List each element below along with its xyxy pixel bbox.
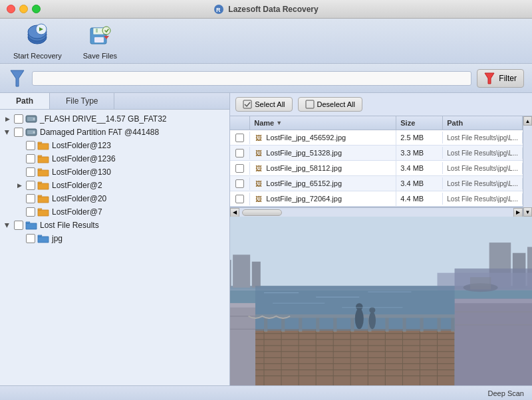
filter-icon bbox=[484, 72, 495, 84]
name-sort-icon: ▼ bbox=[276, 120, 282, 126]
th-size[interactable]: Size bbox=[396, 116, 443, 130]
scroll-left-button[interactable]: ◀ bbox=[230, 208, 239, 217]
main-content: Path File Type ▶_FLASH DRIVE__14.57 GB_F… bbox=[0, 93, 532, 385]
v-scrollbar[interactable]: ▲ ▼ bbox=[523, 116, 532, 217]
scroll-right-button[interactable]: ▶ bbox=[513, 208, 523, 217]
tree-chevron-damaged-partition[interactable]: ▶ bbox=[3, 128, 12, 137]
right-panel: Select All Deselect All Name ▼ bbox=[230, 93, 532, 385]
filter-label: Filter bbox=[499, 74, 517, 83]
minimize-button[interactable] bbox=[19, 5, 28, 13]
tree-label-lostfolder130: LostFolder@130 bbox=[52, 167, 111, 177]
tree-label-lostfolder2: LostFolder@2 bbox=[52, 181, 102, 190]
tree-item-lostfolder2[interactable]: ▶LostFolder@2 bbox=[0, 179, 229, 192]
tree-icon-lostfolder123 bbox=[37, 140, 49, 151]
file-toolbar: Select All Deselect All bbox=[230, 93, 532, 116]
tree-area[interactable]: ▶_FLASH DRIVE__14.57 GB_FAT32▶Damaged Pa… bbox=[0, 110, 229, 385]
tree-item-lost-file-results[interactable]: ▶Lost File Results bbox=[0, 219, 229, 232]
maximize-button[interactable] bbox=[32, 5, 41, 13]
file-row[interactable]: 🖼LostFile_jpg_58112.jpg3.4 MBLost File R… bbox=[230, 161, 523, 176]
file-path: Lost File Results\jpg\L... bbox=[443, 132, 523, 144]
file-table-main: Name ▼ Size Path 🖼LostFile_jpg_456592.jp… bbox=[230, 116, 523, 217]
svg-rect-72 bbox=[455, 299, 532, 304]
file-checkbox[interactable] bbox=[235, 149, 244, 157]
tree-item-lostfolder20[interactable]: LostFolder@20 bbox=[0, 192, 229, 205]
deselect-all-label: Deselect All bbox=[317, 100, 355, 108]
file-row[interactable]: 🖼LostFile_jpg_65152.jpg3.4 MBLost File R… bbox=[230, 176, 523, 191]
tree-checkbox-lost-file-results[interactable] bbox=[14, 221, 23, 230]
file-checkbox[interactable] bbox=[235, 179, 244, 188]
tree-chevron-lost-file-results[interactable]: ▶ bbox=[3, 221, 12, 230]
tree-label-damaged-partition: Damaged Partition FAT @441488 bbox=[40, 128, 159, 137]
tree-label-flash-drive: _FLASH DRIVE__14.57 GB_FAT32 bbox=[40, 114, 167, 124]
file-checkbox[interactable] bbox=[235, 134, 244, 142]
svg-rect-9 bbox=[96, 29, 98, 33]
tree-checkbox-lostfolder2[interactable] bbox=[26, 181, 35, 190]
file-name: LostFile_jpg_51328.jpg bbox=[266, 149, 342, 157]
tree-checkbox-lostfolder20[interactable] bbox=[26, 194, 35, 203]
file-checkbox[interactable] bbox=[235, 164, 244, 173]
svg-point-10 bbox=[102, 27, 110, 35]
file-row[interactable]: 🖼LostFile_jpg_456592.jpg2.5 MBLost File … bbox=[230, 130, 523, 146]
file-path: Lost File Results\jpg\L... bbox=[443, 148, 523, 159]
save-files-label: Save Files bbox=[83, 52, 117, 60]
svg-text:R: R bbox=[216, 7, 221, 13]
tree-icon-lostfolder1236 bbox=[37, 153, 49, 164]
file-checkbox[interactable] bbox=[235, 195, 244, 203]
save-files-button[interactable]: Save Files bbox=[78, 20, 122, 62]
file-row[interactable]: 🖼LostFile_jpg_51328.jpg3.3 MBLost File R… bbox=[230, 146, 523, 161]
tree-icon-lostfolder20 bbox=[37, 193, 49, 204]
filter-button[interactable]: Filter bbox=[477, 69, 524, 88]
file-row[interactable]: 🖼LostFile_jpg_72064.jpg4.4 MBLost File R… bbox=[230, 191, 523, 207]
save-files-icon bbox=[86, 23, 113, 49]
tab-path[interactable]: Path bbox=[0, 93, 50, 109]
tree-item-lostfolder130[interactable]: LostFolder@130 bbox=[0, 165, 229, 179]
deselect-all-button[interactable]: Deselect All bbox=[298, 97, 362, 112]
tree-chevron-flash-drive[interactable]: ▶ bbox=[3, 114, 12, 124]
file-name: LostFile_jpg_58112.jpg bbox=[266, 164, 342, 172]
th-name[interactable]: Name ▼ bbox=[250, 116, 396, 130]
tree-chevron-lostfolder2[interactable]: ▶ bbox=[15, 181, 24, 190]
start-recovery-button[interactable]: Start Recovery bbox=[8, 20, 67, 62]
file-path: Lost File Results\jpg\L... bbox=[443, 178, 523, 189]
scroll-down-button[interactable]: ▼ bbox=[523, 207, 532, 217]
select-all-button[interactable]: Select All bbox=[235, 97, 292, 112]
file-type-icon: 🖼 bbox=[254, 178, 263, 189]
tree-item-damaged-partition[interactable]: ▶Damaged Partition FAT @441488 bbox=[0, 126, 229, 139]
svg-point-18 bbox=[33, 132, 35, 134]
search-funnel-icon bbox=[8, 68, 27, 89]
svg-rect-26 bbox=[230, 260, 231, 288]
svg-rect-8 bbox=[94, 37, 104, 43]
tree-checkbox-lostfolder1236[interactable] bbox=[26, 154, 35, 163]
tree-checkbox-jpg[interactable] bbox=[26, 234, 35, 243]
file-name: LostFile_jpg_65152.jpg bbox=[266, 179, 342, 187]
tree-icon-flash-drive bbox=[25, 114, 37, 124]
svg-rect-69 bbox=[230, 303, 255, 385]
scroll-up-button[interactable]: ▲ bbox=[523, 116, 532, 126]
close-button[interactable] bbox=[7, 5, 15, 13]
tree-checkbox-flash-drive[interactable] bbox=[14, 114, 23, 124]
tree-item-jpg[interactable]: jpg bbox=[0, 232, 229, 245]
h-scrollbar[interactable]: ◀ ▶ bbox=[230, 207, 523, 217]
tree-item-lostfolder123[interactable]: LostFolder@123 bbox=[0, 139, 229, 152]
table-body[interactable]: 🖼LostFile_jpg_456592.jpg2.5 MBLost File … bbox=[230, 130, 523, 207]
tree-checkbox-lostfolder123[interactable] bbox=[26, 141, 35, 150]
svg-rect-27 bbox=[233, 254, 250, 287]
tree-item-lostfolder1236[interactable]: LostFolder@1236 bbox=[0, 152, 229, 165]
tree-checkbox-damaged-partition[interactable] bbox=[14, 128, 23, 137]
search-input[interactable] bbox=[32, 71, 471, 86]
main-toolbar: Start Recovery Save Files bbox=[0, 19, 532, 64]
tab-file-type[interactable]: File Type bbox=[50, 93, 114, 109]
tree-checkbox-lostfolder130[interactable] bbox=[26, 167, 35, 177]
svg-marker-11 bbox=[11, 70, 24, 86]
th-path[interactable]: Path bbox=[443, 116, 523, 130]
tree-label-jpg: jpg bbox=[52, 234, 63, 243]
file-type-icon: 🖼 bbox=[254, 132, 263, 143]
scroll-track bbox=[523, 126, 532, 207]
tree-item-lostfolder7[interactable]: LostFolder@7 bbox=[0, 205, 229, 219]
tree-item-flash-drive[interactable]: ▶_FLASH DRIVE__14.57 GB_FAT32 bbox=[0, 112, 229, 126]
svg-rect-28 bbox=[252, 262, 261, 288]
file-type-icon: 🖼 bbox=[254, 148, 263, 158]
tree-checkbox-lostfolder7[interactable] bbox=[26, 207, 35, 217]
h-scroll-thumb[interactable] bbox=[242, 209, 282, 216]
tree-icon-lost-file-results bbox=[25, 220, 37, 231]
